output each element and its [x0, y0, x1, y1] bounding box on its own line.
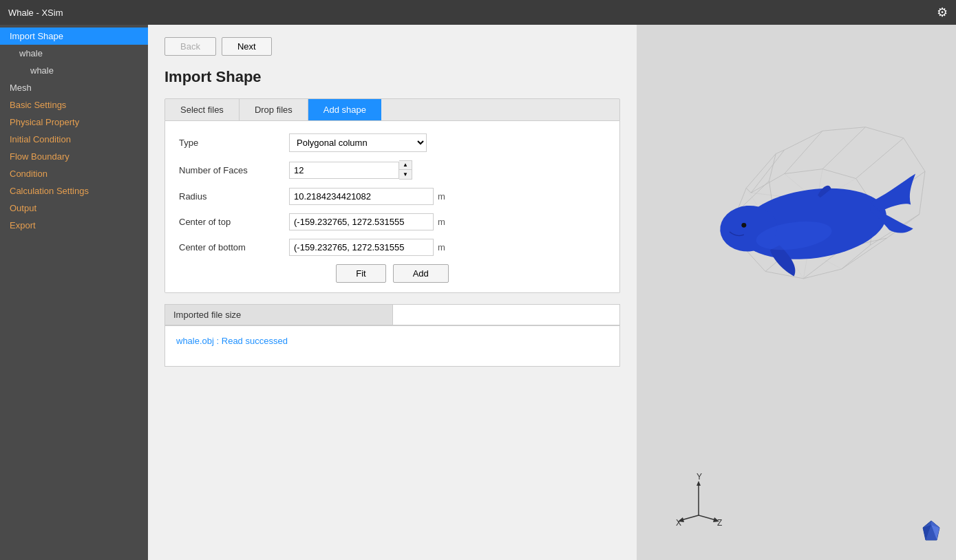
radius-label: Radius — [179, 191, 289, 202]
sidebar-item-label: Mesh — [10, 83, 32, 93]
faces-row: Number of Faces ▲ ▼ — [179, 160, 606, 180]
sidebar-item-whale-1[interactable]: whale — [0, 45, 148, 62]
tab-select-files[interactable]: Select files — [165, 99, 240, 120]
sidebar-item-whale-2[interactable]: whale — [0, 62, 148, 79]
faces-input[interactable] — [289, 162, 399, 179]
radius-unit: m — [438, 191, 445, 202]
sidebar-item-basic-settings[interactable]: Basic Settings — [0, 96, 148, 114]
faces-label: Number of Faces — [179, 165, 289, 175]
sidebar: Import Shape whale whale Mesh Basic Sett… — [0, 25, 148, 560]
sidebar-item-label: whale — [19, 48, 43, 58]
type-label: Type — [179, 138, 289, 148]
titlebar: Whale - XSim ⚙ — [0, 0, 956, 25]
axis-indicator: X Y Z — [671, 471, 726, 526]
sidebar-item-label: Basic Settings — [10, 100, 66, 110]
viewport-scene: X Y Z — [637, 25, 956, 560]
center-bottom-input[interactable] — [289, 239, 434, 256]
file-size-value — [393, 305, 620, 325]
add-button[interactable]: Add — [393, 264, 449, 283]
sidebar-item-label: whale — [30, 65, 54, 76]
svg-point-24 — [741, 223, 746, 228]
sidebar-item-label: Physical Property — [10, 117, 79, 127]
sidebar-item-condition[interactable]: Condition — [0, 165, 148, 182]
form-panel: Type Polygonal column Box Sphere Cylinde… — [164, 121, 620, 293]
back-button[interactable]: Back — [164, 37, 216, 56]
faces-spinner-up[interactable]: ▲ — [399, 161, 412, 170]
sidebar-item-label: Output — [10, 203, 36, 213]
svg-rect-0 — [637, 107, 956, 478]
sidebar-item-label: Initial Condition — [10, 134, 71, 144]
svg-line-27 — [681, 515, 699, 520]
file-size-label: Imported file size — [165, 305, 393, 325]
viewport[interactable]: X Y Z — [637, 25, 956, 560]
sidebar-item-initial-condition[interactable]: Initial Condition — [0, 131, 148, 148]
sidebar-item-import-shape[interactable]: Import Shape — [0, 28, 148, 45]
svg-text:Z: Z — [717, 518, 722, 526]
fit-button[interactable]: Fit — [336, 264, 385, 283]
svg-text:Y: Y — [697, 472, 702, 482]
sidebar-item-flow-boundary[interactable]: Flow Boundary — [0, 148, 148, 165]
svg-marker-26 — [697, 481, 701, 486]
center-top-input[interactable] — [289, 213, 434, 230]
content-area: Back Next Import Shape Select files Drop… — [148, 25, 637, 560]
sidebar-item-export[interactable]: Export — [0, 217, 148, 234]
sidebar-item-label: Export — [10, 220, 36, 230]
center-top-row: Center of top m — [179, 213, 606, 230]
center-bottom-row: Center of bottom m — [179, 239, 606, 256]
fit-add-row: Fit Add — [179, 264, 606, 283]
sidebar-item-label: Condition — [10, 169, 47, 179]
sidebar-item-label: Import Shape — [10, 31, 63, 41]
type-row: Type Polygonal column Box Sphere Cylinde… — [179, 133, 606, 152]
sidebar-item-label: Calculation Settings — [10, 186, 89, 196]
tab-add-shape[interactable]: Add shape — [308, 99, 381, 120]
center-top-unit: m — [438, 217, 445, 227]
center-top-label: Center of top — [179, 217, 289, 227]
app-title: Whale - XSim — [8, 8, 63, 18]
faces-spinner-down[interactable]: ▼ — [399, 170, 412, 179]
sidebar-item-mesh[interactable]: Mesh — [0, 79, 148, 96]
faces-input-group: ▲ ▼ — [289, 160, 412, 180]
file-size-bar: Imported file size — [164, 304, 620, 325]
gem-icon[interactable] — [920, 519, 942, 546]
sidebar-item-calculation-settings[interactable]: Calculation Settings — [0, 182, 148, 200]
sidebar-item-label: Flow Boundary — [10, 151, 70, 162]
svg-line-29 — [699, 515, 716, 520]
faces-spinner: ▲ ▼ — [399, 160, 412, 180]
svg-text:X: X — [676, 518, 681, 526]
center-bottom-label: Center of bottom — [179, 242, 289, 252]
tab-bar: Select files Drop files Add shape — [164, 98, 620, 121]
main-layout: Import Shape whale whale Mesh Basic Sett… — [0, 25, 956, 560]
next-button[interactable]: Next — [222, 37, 272, 56]
tab-drop-files[interactable]: Drop files — [240, 99, 308, 120]
status-box: whale.obj : Read successed — [164, 325, 620, 367]
status-text: whale.obj : Read successed — [176, 336, 288, 346]
page-title: Import Shape — [164, 68, 620, 86]
gear-icon[interactable]: ⚙ — [937, 5, 948, 20]
center-bottom-unit: m — [438, 242, 445, 252]
radius-row: Radius m — [179, 188, 606, 205]
nav-buttons: Back Next — [164, 37, 620, 56]
type-select[interactable]: Polygonal column Box Sphere Cylinder — [289, 133, 427, 152]
radius-input[interactable] — [289, 188, 434, 205]
sidebar-item-physical-property[interactable]: Physical Property — [0, 114, 148, 131]
sidebar-item-output[interactable]: Output — [0, 200, 148, 217]
